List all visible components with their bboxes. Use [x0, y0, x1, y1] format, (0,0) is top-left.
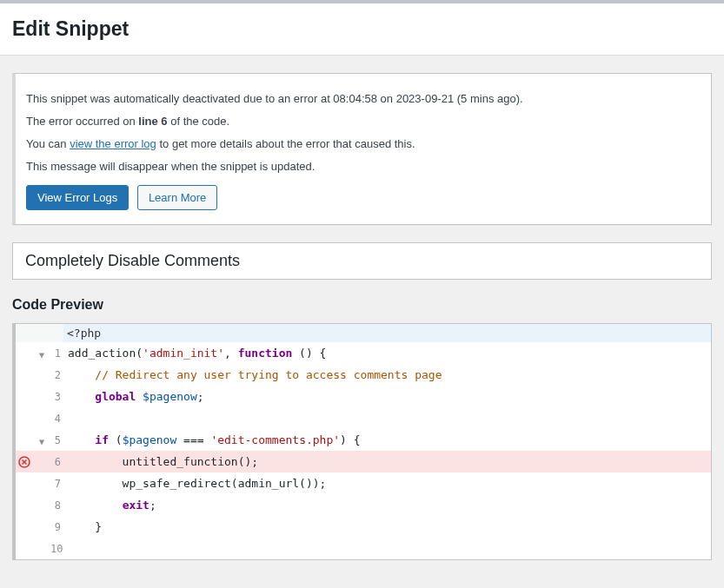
- code-line[interactable]: 6 untitled_function();: [16, 451, 711, 472]
- php-open-tag: <?php: [63, 324, 104, 342]
- code-content[interactable]: untitled_function();: [64, 453, 711, 471]
- fold-toggle[interactable]: ▼: [33, 347, 50, 360]
- code-content[interactable]: [64, 416, 711, 421]
- line-number: 9: [50, 521, 64, 533]
- fold-cell: [33, 482, 50, 486]
- notice-text: You can: [26, 137, 70, 150]
- error-line-ref: line 6: [138, 115, 167, 128]
- error-marker-cell: [16, 455, 33, 469]
- code-content[interactable]: if ($pagenow === 'edit-comments.php') {: [64, 431, 711, 449]
- code-editor[interactable]: <?php ▼1add_action('admin_init', functio…: [12, 323, 712, 560]
- code-line[interactable]: ▼1add_action('admin_init', function () {: [16, 342, 711, 364]
- notice-line-3: You can view the error log to get more d…: [26, 135, 701, 153]
- page-title: Edit Snippet: [12, 17, 712, 41]
- code-line[interactable]: 3 global $pagenow;: [16, 386, 711, 407]
- php-open-tag-line: <?php: [16, 324, 711, 342]
- code-line[interactable]: 10: [16, 538, 711, 559]
- fold-cell: [33, 547, 50, 551]
- fold-cell: [33, 417, 50, 420]
- code-line[interactable]: 9 }: [16, 516, 711, 538]
- fold-cell: [33, 525, 50, 529]
- error-time: 08:04:58: [333, 92, 377, 105]
- fold-cell: [33, 504, 50, 507]
- code-content[interactable]: wp_safe_redirect(admin_url());: [64, 474, 711, 492]
- fold-toggle[interactable]: ▼: [33, 433, 50, 446]
- line-number: 10: [50, 543, 64, 555]
- notice-text: of the code.: [168, 115, 230, 128]
- notice-buttons: View Error Logs Learn More: [26, 185, 701, 210]
- line-number: 7: [50, 478, 64, 490]
- gutter-spacer: [16, 324, 63, 342]
- line-number: 5: [50, 434, 64, 446]
- line-number: 1: [50, 347, 64, 360]
- code-line[interactable]: 7 wp_safe_redirect(admin_url());: [16, 472, 711, 494]
- code-content[interactable]: add_action('admin_init', function () {: [64, 344, 711, 362]
- notice-text: This snippet was automatically deactivat…: [26, 92, 333, 105]
- notice-line-1: This snippet was automatically deactivat…: [26, 90, 701, 108]
- code-content[interactable]: [64, 546, 711, 552]
- snippet-title-wrap: [12, 242, 712, 280]
- error-date: 2023-09-21: [396, 92, 455, 105]
- notice-text: on: [377, 92, 396, 105]
- code-line[interactable]: 2 // Redirect any user trying to access …: [16, 364, 711, 386]
- line-number: 3: [50, 391, 64, 403]
- line-number: 4: [50, 413, 64, 425]
- line-number: 2: [50, 369, 64, 381]
- notice-line-2: The error occurred on line 6 of the code…: [26, 113, 701, 130]
- view-error-log-link[interactable]: view the error log: [70, 137, 156, 150]
- notice-text: (5 mins ago).: [454, 92, 522, 105]
- snippet-title-input[interactable]: [13, 243, 711, 279]
- code-line[interactable]: 8 exit;: [16, 494, 711, 516]
- notice-line-4: This message will disappear when the sni…: [26, 158, 701, 175]
- line-number: 6: [50, 456, 64, 468]
- code-content[interactable]: }: [64, 518, 711, 536]
- content-wrap: This snippet was automatically deactivat…: [0, 56, 724, 578]
- view-error-logs-button[interactable]: View Error Logs: [26, 185, 129, 210]
- page-header: Edit Snippet: [0, 3, 724, 56]
- code-content[interactable]: // Redirect any user trying to access co…: [64, 366, 711, 384]
- fold-cell: [33, 373, 50, 377]
- code-lines-container: ▼1add_action('admin_init', function () {…: [16, 342, 711, 559]
- code-preview-heading: Code Preview: [12, 297, 712, 313]
- fold-cell: [33, 460, 50, 464]
- error-icon: [18, 456, 30, 468]
- notice-text: The error occurred on: [26, 115, 138, 128]
- fold-cell: [33, 395, 50, 399]
- line-number: 8: [50, 499, 64, 512]
- error-notice: This snippet was automatically deactivat…: [12, 73, 712, 225]
- code-line[interactable]: 4: [16, 407, 711, 429]
- code-content[interactable]: exit;: [64, 496, 711, 514]
- code-content[interactable]: global $pagenow;: [64, 387, 711, 406]
- notice-text: to get more details about the error that…: [156, 137, 415, 150]
- learn-more-button[interactable]: Learn More: [137, 185, 217, 210]
- code-line[interactable]: ▼5 if ($pagenow === 'edit-comments.php')…: [16, 429, 711, 451]
